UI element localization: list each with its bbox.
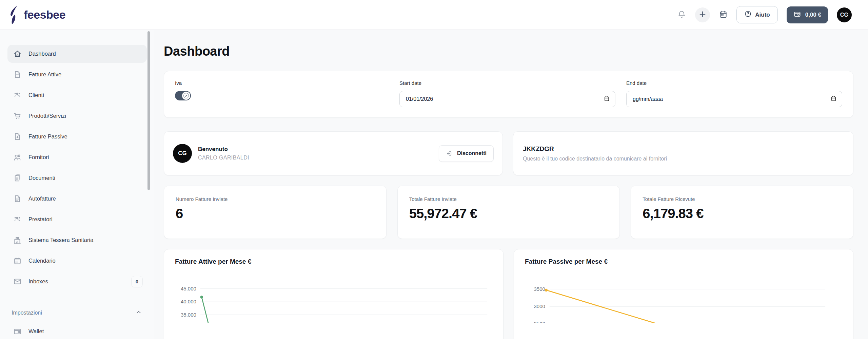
section-label: Impostazioni [12,310,42,316]
sidebar-item-label: Calendario [28,258,56,264]
svg-text:35.000: 35.000 [181,312,196,318]
sidebar-item-wallet[interactable]: Wallet [7,322,147,339]
avatar-initials: CG [840,12,849,18]
svg-text:45.000: 45.000 [181,286,196,291]
svg-text:2500: 2500 [534,321,545,323]
sidebar-item-label: Wallet [28,328,44,335]
sidebar-item-fatture-attive[interactable]: Fatture Attive [7,65,147,83]
wallet-icon [13,327,22,336]
end-date-label: End date [626,80,842,86]
sidebar-item-label: Sistema Tessera Sanitaria [28,237,93,243]
users-outline-icon [13,153,22,162]
add-button[interactable] [695,7,710,22]
sidebar-scrollbar-thumb[interactable] [147,31,150,190]
end-date-input[interactable]: gg/mm/aaaa [626,91,842,107]
sidebar-item-label: Inboxes [28,278,48,285]
sidebar-nav: DashboardFatture AttiveClientiProdotti/S… [7,45,147,290]
sidebar-item-prodotti-servizi[interactable]: Prodotti/Servizi [7,107,147,125]
calendar-picker-icon[interactable] [831,96,836,103]
toggle-knob [182,92,190,100]
sidebar-item-inboxes[interactable]: Inboxes0 [7,272,147,290]
sidebar-item-label: Autofatture [28,195,56,202]
stat-value: 55,972.47 € [409,206,608,221]
recipient-code-description: Questo è il tuo codice destinatario da c… [523,156,844,162]
stat-card-totale-fatture-inviate: Totale Fatture Inviate55,972.47 € [397,186,620,239]
welcome-greeting: Benvenuto [198,146,249,153]
calendar-picker-icon[interactable] [604,96,610,103]
users-filled-icon [13,215,22,224]
logo-text: feesbee [24,8,65,21]
cart-icon [13,112,22,120]
chart-card-fatture-passive: Fatture Passive per Mese € 350030002500 [514,249,853,339]
plus-icon [698,10,707,19]
wallet-balance: 0,00 € [805,12,821,18]
question-circle-icon [744,10,752,19]
bell-icon [677,10,686,20]
stats-row: Numero Fatture Inviate6Totale Fatture In… [164,186,853,239]
help-button[interactable]: Aiuto [736,6,777,23]
file-down-icon [13,132,22,141]
user-avatar[interactable]: CG [837,7,852,22]
sidebar-item-sistema-tessera-sanitaria[interactable]: Sistema Tessera Sanitaria [7,231,147,249]
stat-label: Totale Fatture Inviate [409,196,608,202]
chart-card-fatture-attive: Fatture Attive per Mese € 45.00040.00035… [164,249,504,339]
stat-label: Totale Fatture Ricevute [643,196,842,202]
sidebar-item-fatture-passive[interactable]: Fatture Passive [7,128,147,146]
sidebar-item-label: Clienti [28,92,44,98]
start-date-input[interactable]: 01/01/2026 [399,91,615,107]
file-icon [13,194,22,203]
app-logo[interactable]: feesbee [7,5,65,25]
sidebar-item-documenti[interactable]: Documenti [7,169,147,187]
disconnect-label: Disconnetti [457,150,487,156]
notifications-button[interactable] [677,10,686,20]
calendar-icon [719,10,728,20]
inbox-count-badge: 0 [131,276,143,287]
stat-card-totale-fatture-ricevute: Totale Fatture Ricevute6,179.83 € [631,186,853,239]
filters-card: Iva Start date 01/01/2026 [164,71,853,118]
sidebar-item-autofatture[interactable]: Autofatture [7,190,147,208]
start-date-label: Start date [399,80,615,86]
feesbee-logo-icon [7,5,20,25]
welcome-card: CG Benvenuto CARLO GARIBALDI Disconnetti [164,131,503,175]
home-icon [13,50,22,58]
iva-toggle[interactable] [175,91,191,100]
welcome-user-name: CARLO GARIBALDI [198,155,249,161]
sidebar-section-impostazioni[interactable]: Impostazioni [12,309,142,317]
svg-text:3500: 3500 [534,286,545,292]
logout-icon [446,150,453,157]
main-content: Dashboard Iva Start date 01/01/2026 [154,30,868,339]
file-icon [13,70,22,79]
sidebar-item-calendario[interactable]: Calendario [7,252,147,270]
stat-value: 6 [176,206,375,221]
chart-title: Fatture Attive per Mese € [175,258,251,265]
sidebar-item-label: Documenti [28,175,55,181]
end-date-placeholder: gg/mm/aaaa [633,96,663,102]
sidebar-item-clienti[interactable]: Clienti [7,86,147,104]
users-filled-icon [13,91,22,100]
recipient-code: JKKZDGR [523,145,844,153]
svg-text:3000: 3000 [534,303,545,309]
sidebar-item-label: Prestatori [28,216,53,223]
chevron-up-icon [135,309,142,317]
help-label: Aiuto [755,12,770,18]
page-title: Dashboard [164,44,853,59]
disconnect-button[interactable]: Disconnetti [439,145,494,162]
sidebar-item-label: Fornitori [28,154,49,161]
sidebar-item-label: Dashboard [28,51,56,57]
top-header: feesbee [0,0,868,30]
chart-title: Fatture Passive per Mese € [525,258,608,265]
hospital-icon [13,236,22,245]
welcome-avatar-initials: CG [178,150,187,157]
wallet-balance-button[interactable]: 0,00 € [787,6,828,23]
calendar-button[interactable] [719,10,728,20]
stat-label: Numero Fatture Inviate [176,196,375,202]
sidebar-item-label: Fatture Attive [28,71,61,78]
stat-card-numero-fatture-inviate: Numero Fatture Inviate6 [164,186,387,239]
sidebar-item-dashboard[interactable]: Dashboard [7,45,147,63]
svg-text:40.000: 40.000 [181,299,196,304]
sidebar-item-fornitori[interactable]: Fornitori [7,148,147,166]
mail-icon [13,277,22,286]
sidebar-section-nav: Wallet [7,322,147,339]
fatture-attive-chart: 45.00040.00035.000 [164,273,503,323]
sidebar-item-prestatori[interactable]: Prestatori [7,210,147,228]
